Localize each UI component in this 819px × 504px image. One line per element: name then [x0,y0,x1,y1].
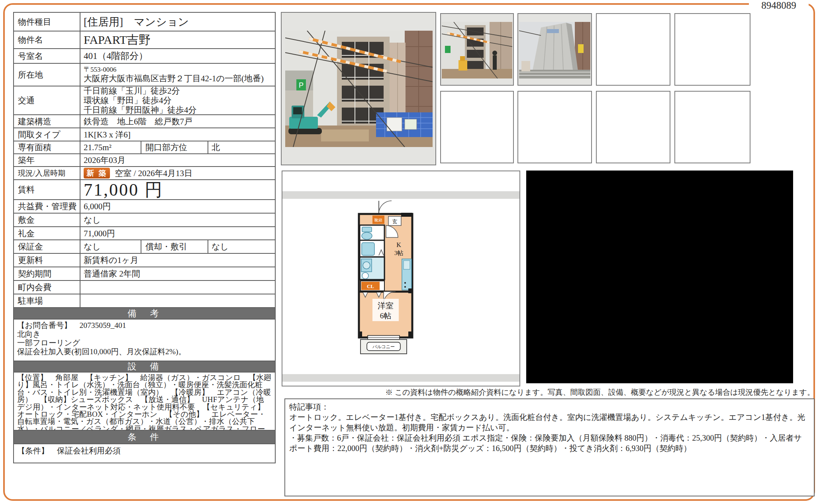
remarks-content: 【お問合番号】 20735059_401 北向き 一部フローリング 保証会社加入… [14,320,275,361]
conditions-text: 【条件】 保証会社利用必須 [17,446,272,455]
row-label: 建築構造 [14,115,80,127]
thumbnail-2-image [519,22,590,78]
table-row: 共益費・管理費 6,000円 [14,200,275,214]
row-label: 共益費・管理費 [14,200,80,213]
special-notes-body-1: オートロック。エレベーター1基付き。宅配ボックスあり。洗面化粧台付き。室内に洗濯… [289,412,810,433]
row-label: 賃料 [14,180,80,199]
document-id: 8948089 [751,0,806,11]
deposit-value: なし [80,214,275,226]
rent-value: 71,000 円 [80,180,275,199]
equipment-content: 【位置】 角部屋 【キッチン】 給湯器（ガス）・ガスコンロ 【水廻り】風呂・トイ… [14,373,275,431]
row-label: 駐車場 [14,294,80,307]
table-row: 間取タイプ 1K[K3 x 洋6] [14,128,275,141]
svg-text:P: P [299,81,304,89]
table-row: 駐車場 [14,294,275,308]
row-label: 礼金 [14,227,80,239]
floorplan-letterbox-top [282,191,519,199]
floorplan-closet-label: CL [367,283,374,289]
structure-value: 鉄骨造 地上6階 総戸数7戸 [80,115,275,127]
floorplan-kitchen-label: K [396,241,401,248]
property-type-value: [住居用] マンション [80,13,275,31]
guarantee-money-value: なし [80,240,141,253]
contract-period-value: 普通借家 2年間 [80,267,275,280]
remarks-line-2: 北向き [17,330,272,339]
remarks-section-header: 備 考 [14,308,275,320]
floorplan-shoebox-label: 靴箱 [374,218,382,222]
floorplan-letterbox-bottom [282,374,519,382]
built-year-value: 2026年03月 [80,154,275,166]
key-money-value: 71,000円 [80,227,275,239]
floor-area-value: 21.75m² [80,141,141,153]
remarks-line-3: 一部フローリング [17,339,272,347]
table-row: 契約期間 普通借家 2年間 [14,267,275,281]
amortization-value: なし [208,240,275,253]
row-label: 敷金 [14,214,80,226]
row-label: 築年 [14,154,80,166]
table-row: 保証金 なし 償却・敷引 なし [14,240,275,254]
thumbnail-photo-1 [440,13,514,86]
main-photo: P [285,31,433,147]
thumbnail-empty-5 [440,91,514,163]
conditions-section-header: 条 件 [14,431,275,444]
layout-type-value: 1K[K3 x 洋6] [80,128,275,141]
row-label: 交通 [14,86,80,114]
row-label: 号室名 [14,49,80,63]
traffic-line-3: 千日前線「野田阪神」徒歩4分 [84,105,197,114]
row-label: 更新料 [14,254,80,267]
table-row: 物件種目 [住居用] マンション [14,13,275,31]
traffic-line-1: 千日前線「玉川」徒歩2分 [84,86,180,96]
property-spec-table: 物件種目 [住居用] マンション 物件名 FAPART吉野 号室名 401（4階… [13,12,276,463]
thumbnail-empty-4 [674,13,750,86]
table-row: 所在地 〒553-0006 大阪府大阪市福島区吉野２丁目42-1の一部(地番) [14,64,275,86]
equipment-section-header: 設 備 [14,361,275,373]
row-label: 専有面積 [14,141,80,153]
traffic-line-2: 環状線「野田」徒歩4分 [84,96,172,105]
room-number-value: 401（4階部分） [80,49,275,63]
property-sheet: 8948089 物件種目 [住居用] マンション 物件名 FAPART吉野 号室… [0,0,819,504]
maintenance-fee-value: 6,000円 [80,200,275,213]
postal-code: 〒553-0006 [84,66,116,74]
table-row: 建築構造 鉄骨造 地上6階 総戸数7戸 [14,115,275,128]
main-photo-frame: P [281,12,436,165]
floorplan-kitchen-size-label: 3帖 [394,250,404,256]
neighborhood-fee-value [80,281,275,294]
property-name-value: FAPART吉野 [80,31,275,48]
floorplan-entrance-label: 玄 [392,218,398,224]
facing-direction-value: 北 [208,141,275,153]
row-label-2: 開口部方位 [141,141,208,153]
floorplan-frame: 靴箱 玄 K 3帖 CL 洋室 6 [282,171,520,386]
new-construction-badge: 新 築 [84,168,110,178]
table-row: 賃料 71,000 円 [14,180,275,200]
floorplan-balcony-label: バルコニー [372,344,395,349]
table-row: 現況/入居時期 新 築 空室 / 2026年4月13日 [14,167,275,180]
row-label: 町内会費 [14,281,80,294]
table-row: 更新料 新賃料の1ヶ月 [14,254,275,267]
table-row: 交通 千日前線「玉川」徒歩2分 環状線「野田」徒歩4分 千日前線「野田阪神」徒歩… [14,86,275,115]
row-label: 現況/入居時期 [14,167,80,179]
thumbnail-empty-8 [674,91,750,163]
disclaimer-text: ※ この資料は物件の概略紹介資料になります。写真、間取図面、設備、概要などが現況… [385,387,815,398]
row-label: 契約期間 [14,267,80,280]
thumbnail-1-image [442,22,512,78]
floorplan-drawing: 靴箱 玄 K 3帖 CL 洋室 6 [356,200,415,355]
special-notes-title: 特記事項： [289,402,810,412]
row-label: 物件名 [14,31,80,48]
floorplan-room-size-label: 6帖 [380,312,392,320]
row-label-2: 償却・敷引 [141,240,208,253]
redacted-map-area [526,171,793,383]
status-value: 新 築 空室 / 2026年4月13日 [80,167,275,179]
conditions-content: 【条件】 保証会社利用必須 [14,444,275,463]
equipment-text: 【位置】 角部屋 【キッチン】 給湯器（ガス）・ガスコンロ 【水廻り】風呂・トイ… [17,374,272,431]
traffic-value: 千日前線「玉川」徒歩2分 環状線「野田」徒歩4分 千日前線「野田阪神」徒歩4分 [80,86,275,114]
remarks-line-4: 保証会社加入要(初回10,000円、月次保証料2%)。 [17,347,272,356]
thumbnail-photo-2 [517,13,592,86]
table-row: 築年 2026年03月 [14,154,275,167]
table-row: 敷金 なし [14,214,275,227]
parking-value [80,294,275,307]
thumbnail-empty-3 [596,13,670,86]
thumbnail-empty-6 [517,91,592,163]
special-notes-body-2: ・募集戸数：6戸・保証会社：保証会社利用必須 エポス指定・保険：保険要加入（月額… [289,433,810,453]
remarks-line-1: 【お問合番号】 20735059_401 [17,321,272,330]
thumbnail-empty-7 [596,91,670,163]
row-label: 保証金 [14,240,80,253]
